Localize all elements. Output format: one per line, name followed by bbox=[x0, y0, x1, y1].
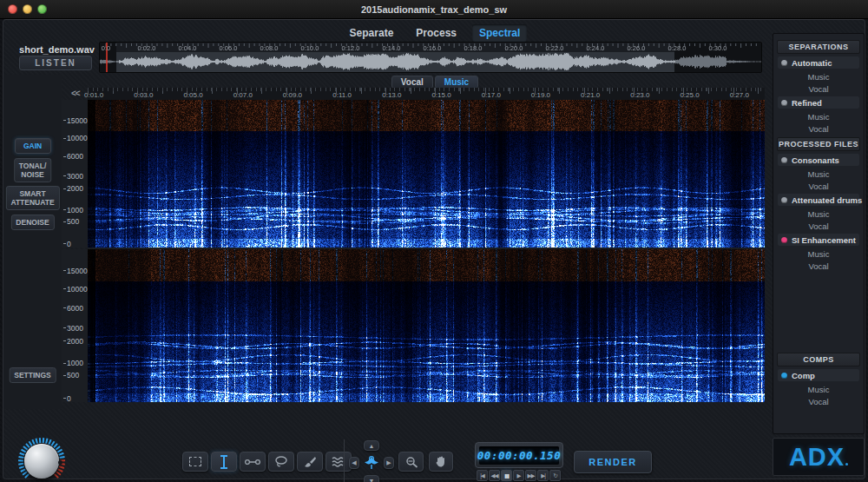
minimize-button[interactable] bbox=[23, 4, 32, 14]
sidebar-group-si-enhancement[interactable]: SI Enhancement bbox=[778, 234, 859, 246]
button-label: TONAL/ bbox=[19, 162, 46, 170]
zoom-tool-button[interactable] bbox=[398, 452, 424, 472]
rewind-button[interactable]: ◀◀ bbox=[489, 470, 500, 481]
status-dot bbox=[781, 60, 787, 66]
zoom-fit-icon[interactable] bbox=[362, 452, 381, 473]
spectrogram-top[interactable] bbox=[88, 100, 765, 248]
spectral-ruler-label: 0:05.0 bbox=[183, 91, 202, 99]
sidebar-item-music[interactable]: Music bbox=[776, 208, 861, 220]
spectral-ruler-label: 0:27.0 bbox=[730, 91, 749, 99]
pan-tool-button[interactable] bbox=[429, 452, 453, 472]
navigation-pad: ▲ ◀ ▶ ▼ bbox=[349, 440, 394, 482]
tab-separate[interactable]: Separate bbox=[343, 24, 401, 42]
play-button[interactable]: ▶ bbox=[513, 470, 524, 481]
time-display-unit: 00:00:00.150 |◀◀◀▮▮▶▶▶▶|↻ bbox=[475, 442, 563, 482]
sidebar-item-vocal[interactable]: Vocal bbox=[776, 180, 861, 192]
waves-select-button[interactable] bbox=[326, 452, 352, 472]
sidebar-group-comp[interactable]: Comp bbox=[778, 369, 859, 381]
selection-tool-group bbox=[182, 452, 352, 472]
spectral-ruler-label: 0:21.0 bbox=[581, 91, 600, 99]
logo-dot bbox=[845, 463, 848, 465]
magnifier-icon bbox=[404, 456, 418, 468]
status-dot bbox=[781, 373, 787, 379]
spectral-time-ruler[interactable]: 0:01.00:03.00:05.00:07.00:09.00:11.00:13… bbox=[88, 88, 765, 100]
sidebar-item-vocal[interactable]: Vocal bbox=[776, 122, 861, 135]
tab-spectral[interactable]: Spectral bbox=[472, 24, 527, 42]
button-label: DENOISE bbox=[16, 218, 49, 227]
spectral-ruler-label: 0:07.0 bbox=[233, 91, 253, 99]
scroll-up-button[interactable]: ▲ bbox=[364, 440, 379, 451]
lcd-screen: 00:00:00.150 bbox=[479, 446, 559, 465]
smart-attenuate-button[interactable]: SMARTATTENUATE bbox=[5, 186, 59, 210]
go-end-button[interactable]: ▶| bbox=[537, 470, 549, 481]
freq-label: 2000 bbox=[63, 184, 83, 193]
window-titlebar[interactable]: 2015audionamix_trax_demo_sw bbox=[0, 0, 868, 19]
denoise-button[interactable]: DENOISE bbox=[10, 215, 54, 230]
button-label: NOISE bbox=[21, 170, 43, 179]
sidebar-item-music[interactable]: Music bbox=[776, 248, 861, 260]
sidebar-item-music[interactable]: Music bbox=[776, 110, 861, 122]
overview-ruler-label: 0:04.0 bbox=[179, 44, 197, 52]
sidebar-item-music[interactable]: Music bbox=[776, 70, 861, 83]
gain-button[interactable]: GAIN bbox=[15, 138, 51, 154]
sidebar-group-refined[interactable]: Refined bbox=[778, 96, 859, 109]
fast-forward-button[interactable]: ▶▶ bbox=[525, 470, 536, 481]
overview-ruler-label: 0:12.0 bbox=[342, 44, 360, 52]
harmonic-select-button[interactable] bbox=[240, 452, 266, 472]
sidebar-item-music[interactable]: Music bbox=[776, 168, 861, 180]
sidebar-group-automatic[interactable]: Automatic bbox=[778, 56, 859, 69]
status-dot bbox=[781, 237, 787, 243]
overview-ruler-label: 0:14.0 bbox=[383, 44, 401, 52]
freq-label: 15000 bbox=[63, 267, 88, 275]
lasso-select-button[interactable] bbox=[268, 452, 294, 472]
sidebar-item-vocal[interactable]: Vocal bbox=[776, 260, 861, 272]
sidebar-group-consonants[interactable]: Consonants bbox=[778, 154, 859, 166]
waveform-overview[interactable]: 0.00:02.00:04.00:06.00:08.00:10.00:12.00… bbox=[99, 42, 762, 73]
sidebar-section-header: SEPARATIONS bbox=[777, 40, 860, 54]
overview-ruler-label: 0:28.0 bbox=[668, 44, 687, 52]
render-button[interactable]: RENDER bbox=[574, 451, 652, 473]
overview-ruler-label: 0:06.0 bbox=[220, 44, 238, 52]
loop-button[interactable]: ↻ bbox=[549, 470, 561, 481]
spectral-ruler-label: 0:25.0 bbox=[680, 91, 699, 99]
listen-button[interactable]: LISTEN bbox=[19, 56, 92, 70]
sidebar-section-header: PROCESSED FILES bbox=[777, 137, 860, 151]
sidebar-item-vocal[interactable]: Vocal bbox=[776, 220, 861, 232]
pause-button[interactable]: ▮▮ bbox=[501, 470, 512, 481]
sidebar-item-music[interactable]: Music bbox=[776, 383, 861, 395]
freq-label: 500 bbox=[63, 217, 79, 226]
brush-select-icon bbox=[304, 456, 317, 468]
freq-label: 6000 bbox=[63, 152, 83, 161]
channel-tab-vocal[interactable]: Vocal bbox=[391, 76, 433, 89]
spectral-ruler-label: 0:19.0 bbox=[531, 91, 550, 99]
close-button[interactable] bbox=[8, 4, 17, 14]
scroll-left-button[interactable]: ◀ bbox=[349, 457, 359, 469]
go-start-button[interactable]: |◀ bbox=[477, 470, 488, 481]
time-select-button[interactable] bbox=[211, 452, 237, 472]
app-window: SeparateProcessSpectral short_demo.wav L… bbox=[3, 19, 865, 479]
collapse-panel-button[interactable]: << bbox=[71, 89, 80, 98]
sidebar-group-attenuated-drums[interactable]: Attenuated drums bbox=[778, 194, 859, 206]
button-label: ATTENUATE bbox=[10, 198, 54, 207]
spectral-ruler-label: 0:13.0 bbox=[382, 91, 401, 99]
tab-process[interactable]: Process bbox=[409, 24, 464, 42]
marquee-select-button[interactable] bbox=[182, 452, 208, 472]
scroll-right-button[interactable]: ▶ bbox=[384, 457, 394, 469]
sidebar-item-vocal[interactable]: Vocal bbox=[776, 395, 861, 407]
scroll-down-button[interactable]: ▼ bbox=[364, 475, 379, 482]
zoom-window-button[interactable] bbox=[37, 4, 47, 14]
spectral-ruler-label: 0:09.0 bbox=[283, 91, 302, 99]
spectrogram-bottom[interactable] bbox=[88, 249, 765, 402]
toolbar-divider bbox=[344, 439, 345, 482]
harmonic-select-icon bbox=[245, 458, 260, 466]
settings-button[interactable]: SETTINGS bbox=[9, 367, 56, 383]
sidebar-item-vocal[interactable]: Vocal bbox=[776, 83, 861, 95]
time-select-icon bbox=[219, 455, 229, 469]
brush-select-button[interactable] bbox=[297, 452, 323, 472]
gain-knob[interactable] bbox=[14, 433, 73, 479]
tonal-noise-button[interactable]: TONAL/NOISE bbox=[14, 158, 51, 182]
sidebar-section-header: COMPS bbox=[777, 353, 860, 366]
knob-face[interactable] bbox=[24, 444, 59, 479]
channel-tab-music[interactable]: Music bbox=[435, 76, 478, 89]
freq-label: 15000 bbox=[63, 116, 88, 125]
